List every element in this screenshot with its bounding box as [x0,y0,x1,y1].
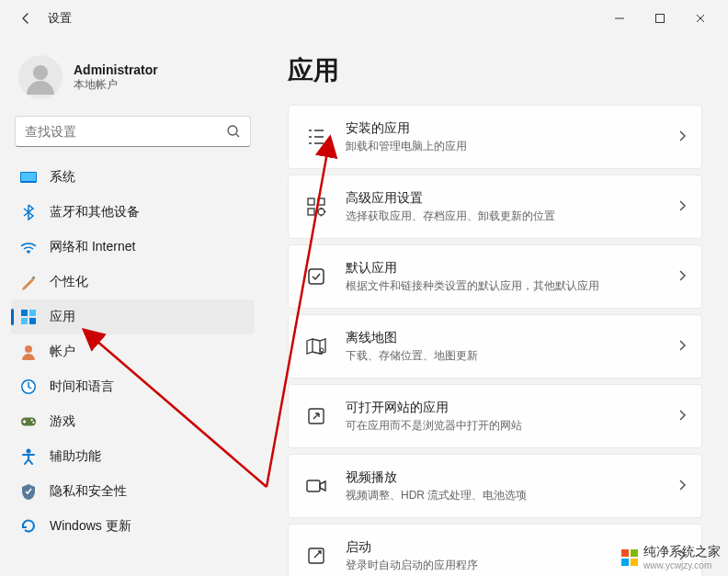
sidebar-item-label: 辅助功能 [50,448,101,465]
close-button[interactable] [680,4,721,33]
card-list: 安装的应用 卸载和管理电脑上的应用 高级应用设置 选择获取应用、存档应用、卸载更… [288,105,702,576]
search-icon [226,124,241,139]
card-default[interactable]: 默认应用 根据文件和链接种类设置的默认应用，其他默认应用 [288,244,702,309]
sidebar-item-gaming[interactable]: 游戏 [11,404,255,439]
account-section[interactable]: Administrator 本地帐户 [11,48,255,112]
chevron-right-icon [677,130,687,145]
apps-icon [20,309,37,325]
sidebar-item-label: Windows 更新 [50,518,131,535]
maximize-icon [654,13,665,24]
minimize-button[interactable] [599,4,640,33]
update-icon [20,518,37,535]
gaming-icon [20,413,37,430]
close-icon [695,13,706,24]
video-icon [303,473,329,499]
card-title: 默认应用 [346,260,677,277]
card-title: 可打开网站的应用 [346,400,677,416]
sidebar-item-label: 时间和语言 [50,378,114,395]
card-subtitle: 下载、存储位置、地图更新 [346,348,677,364]
card-title: 高级应用设置 [346,190,677,207]
sidebar-item-apps[interactable]: 应用 [11,299,255,334]
sidebar-item-bluetooth[interactable]: 蓝牙和其他设备 [11,195,255,230]
avatar [18,55,63,99]
sidebar-item-label: 网络和 Internet [50,239,135,255]
sidebar-item-label: 应用 [50,309,75,325]
svg-rect-1 [656,15,665,23]
network-icon [20,239,37,255]
sidebar-item-system[interactable]: 系统 [11,160,255,195]
card-subtitle: 根据文件和链接种类设置的默认应用，其他默认应用 [346,278,677,294]
sidebar-item-update[interactable]: Windows 更新 [11,509,255,544]
svg-point-13 [25,345,32,353]
sidebar-item-privacy[interactable]: 隐私和安全性 [11,474,255,509]
svg-point-19 [27,449,31,454]
svg-rect-11 [21,318,28,324]
installed-icon [303,124,329,150]
sidebar-item-label: 个性化 [50,274,88,290]
watermark-text: 纯净系统之家 [643,544,721,560]
sidebar: Administrator 本地帐户 系统蓝牙和其他设备网络和 Internet… [0,37,262,576]
search-input[interactable] [25,124,226,139]
svg-rect-9 [21,310,28,316]
sidebar-item-label: 系统 [50,169,75,186]
svg-rect-27 [307,480,320,491]
svg-rect-21 [318,198,324,205]
sidebar-item-label: 蓝牙和其他设备 [50,204,140,220]
time-icon [20,378,37,395]
chevron-right-icon [677,199,687,215]
card-subtitle: 视频调整、HDR 流式处理、电池选项 [346,488,677,503]
maximize-button[interactable] [640,4,680,33]
svg-point-2 [33,65,48,80]
svg-point-3 [228,126,237,135]
card-subtitle: 可在应用而不是浏览器中打开的网站 [346,418,677,434]
bluetooth-icon [20,204,37,220]
card-title: 安装的应用 [346,120,677,137]
card-maps[interactable]: 离线地图 下载、存储位置、地图更新 [288,314,702,378]
personalization-icon [20,274,37,290]
card-advanced[interactable]: 高级应用设置 选择获取应用、存档应用、卸载更新的位置 [288,175,702,239]
sidebar-item-accounts[interactable]: 帐户 [11,334,255,369]
back-button[interactable] [11,4,40,33]
watermark: 纯净系统之家 www.ycwjzy.com [621,544,721,570]
sidebar-item-network[interactable]: 网络和 Internet [11,230,255,265]
system-icon [20,169,37,186]
card-title: 离线地图 [346,330,677,346]
svg-rect-10 [29,310,36,316]
window-controls [599,4,721,33]
card-websites[interactable]: 可打开网站的应用 可在应用而不是浏览器中打开的网站 [288,384,702,448]
sidebar-item-label: 游戏 [50,413,75,430]
chevron-right-icon [677,479,687,494]
user-icon [21,58,60,96]
card-installed[interactable]: 安装的应用 卸载和管理电脑上的应用 [288,105,702,169]
accounts-icon [20,344,37,360]
card-subtitle: 卸载和管理电脑上的应用 [346,139,677,154]
svg-point-7 [28,252,29,254]
main-content: 应用 安装的应用 卸载和管理电脑上的应用 高级应用设置 选择获取应用、存档应用、… [262,37,728,576]
nav-list: 系统蓝牙和其他设备网络和 Internet个性化应用帐户时间和语言游戏辅助功能隐… [11,160,255,544]
websites-icon [303,403,329,429]
svg-line-4 [236,134,239,137]
sidebar-item-accessibility[interactable]: 辅助功能 [11,439,255,474]
svg-rect-22 [308,209,314,215]
chevron-right-icon [677,269,687,285]
startup-icon [303,543,329,569]
minimize-icon [614,13,625,24]
sidebar-item-label: 隐私和安全性 [50,483,127,500]
watermark-logo-icon [621,549,638,566]
card-title: 视频播放 [346,469,677,486]
card-subtitle: 选择获取应用、存档应用、卸载更新的位置 [346,209,677,224]
arrow-left-icon [18,11,33,26]
card-video[interactable]: 视频播放 视频调整、HDR 流式处理、电池选项 [288,454,702,518]
watermark-url: www.ycwjzy.com [643,560,721,570]
svg-rect-6 [21,173,36,181]
sidebar-item-time[interactable]: 时间和语言 [11,369,255,404]
page-title: 应用 [288,53,702,88]
svg-point-23 [318,209,324,215]
sidebar-item-personalization[interactable]: 个性化 [11,265,255,299]
svg-rect-24 [309,269,324,284]
search-box[interactable] [15,116,251,147]
window-title: 设置 [48,10,72,27]
account-type: 本地帐户 [74,77,158,93]
sidebar-item-label: 帐户 [50,344,75,360]
maps-icon [303,333,329,359]
